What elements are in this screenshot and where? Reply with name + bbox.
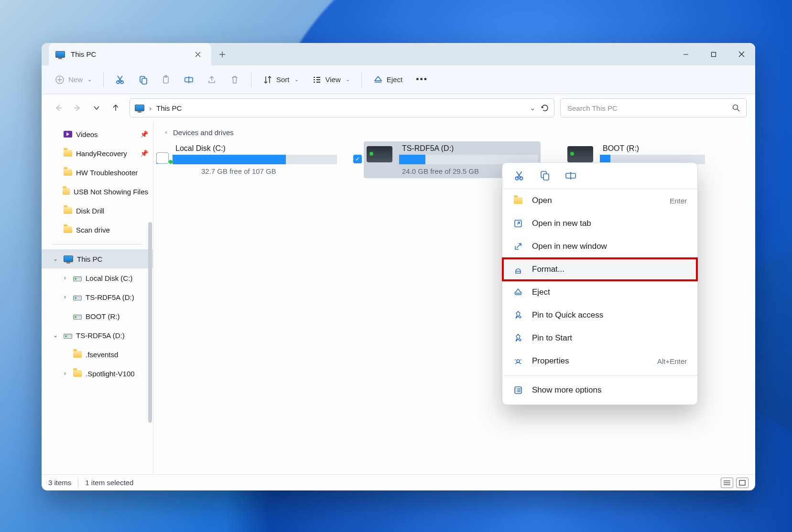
sidebar-item-videos[interactable]: Videos📌 xyxy=(42,125,153,144)
view-button[interactable]: View⌄ xyxy=(307,72,355,87)
sidebar-item-label: HandyRecovery xyxy=(76,149,127,158)
search-box[interactable] xyxy=(560,98,747,117)
sidebar-item-hw-troubleshooter[interactable]: HW Troubleshooter xyxy=(42,163,153,182)
context-menu: Open Enter Open in new tab Open in new w… xyxy=(502,162,698,405)
ctx-show-more-options[interactable]: Show more options xyxy=(502,379,697,402)
sidebar-item-disk-drill[interactable]: Disk Drill xyxy=(42,201,153,220)
tab-close-button[interactable] xyxy=(191,48,205,61)
expand-toggle[interactable]: › xyxy=(61,370,69,377)
ctx-rename-button[interactable] xyxy=(564,170,577,182)
sidebar-item-boot-r[interactable]: BOOT (R:) xyxy=(42,307,153,326)
new-window-icon xyxy=(513,242,523,251)
this-pc-icon xyxy=(64,255,73,262)
folder-icon xyxy=(64,207,72,214)
new-label: New xyxy=(68,75,83,84)
sidebar-scrollbar[interactable] xyxy=(148,222,152,423)
sidebar-item-usb-not-showing[interactable]: USB Not Showing Files xyxy=(42,182,153,201)
view-details-button[interactable] xyxy=(721,478,733,488)
chevron-down-icon xyxy=(93,105,100,111)
ctx-open[interactable]: Open Enter xyxy=(502,189,697,212)
nav-back-button[interactable] xyxy=(50,100,66,116)
nav-forward-button[interactable] xyxy=(69,100,86,116)
sidebar-item-spotlight[interactable]: ›.Spotlight-V100 xyxy=(42,364,153,383)
ctx-copy-button[interactable] xyxy=(539,170,551,182)
svg-point-17 xyxy=(517,360,520,362)
eject-button[interactable]: Eject xyxy=(369,72,407,87)
view-large-icons-button[interactable] xyxy=(736,478,749,488)
expand-toggle[interactable]: ⌄ xyxy=(51,332,60,339)
ctx-properties[interactable]: Properties Alt+Enter xyxy=(502,350,697,372)
sidebar-item-this-pc[interactable]: ⌄This PC xyxy=(42,249,153,268)
delete-button[interactable] xyxy=(225,72,244,87)
svg-point-9 xyxy=(733,105,738,110)
nav-up-button[interactable] xyxy=(108,100,124,116)
drive-local-disk-c[interactable]: Local Disk (C:) 32.7 GB free of 107 GB xyxy=(163,141,340,178)
new-button[interactable]: New ⌄ xyxy=(50,72,97,87)
sidebar-item-scan-drive[interactable]: Scan drive xyxy=(42,220,153,239)
ctx-label: Show more options xyxy=(532,385,602,395)
ctx-label: Open xyxy=(532,196,552,205)
window-minimize-button[interactable] xyxy=(672,43,700,65)
breadcrumb-this-pc[interactable]: This PC xyxy=(156,104,182,112)
sort-button[interactable]: Sort⌄ xyxy=(258,72,304,87)
ctx-label: Properties xyxy=(532,356,569,366)
search-input[interactable] xyxy=(566,104,727,113)
sidebar-item-local-disk-c[interactable]: ›Local Disk (C:) xyxy=(42,268,153,287)
sidebar-item-ts-rdf5a-d[interactable]: ›TS-RDF5A (D:) xyxy=(42,287,153,307)
sidebar-item-label: Videos xyxy=(76,130,98,138)
folder-icon xyxy=(514,197,522,204)
sidebar-item-fseventsd[interactable]: .fseventsd xyxy=(42,345,153,364)
sidebar-item-handyrecovery[interactable]: HandyRecovery📌 xyxy=(42,144,153,163)
more-options-icon xyxy=(513,385,523,395)
selection-check-icon[interactable]: ✓ xyxy=(353,155,362,163)
ctx-open-new-tab[interactable]: Open in new tab xyxy=(502,212,697,235)
cut-icon xyxy=(514,170,524,181)
paste-button[interactable] xyxy=(156,72,175,87)
ctx-pin-start[interactable]: Pin to Start xyxy=(502,327,697,350)
ctx-label: Format... xyxy=(532,265,564,274)
window-maximize-button[interactable] xyxy=(700,43,727,65)
new-tab-button[interactable] xyxy=(211,43,233,65)
video-icon xyxy=(64,131,72,138)
sort-icon xyxy=(263,75,272,85)
sidebar-item-ts-rdf5a-d-ext[interactable]: ⌄TS-RDF5A (D:) xyxy=(42,326,153,345)
arrow-left-icon xyxy=(54,104,63,112)
nav-row: › This PC ⌄ xyxy=(42,94,755,122)
pin-icon: 📌 xyxy=(140,149,148,157)
address-history-button[interactable]: ⌄ xyxy=(530,104,536,112)
sidebar-item-label: .fseventsd xyxy=(86,351,118,359)
rename-icon xyxy=(565,171,576,181)
ctx-cut-button[interactable] xyxy=(513,170,525,182)
group-devices-and-drives[interactable]: ⌄ Devices and drives xyxy=(164,128,746,137)
expand-toggle[interactable]: › xyxy=(61,275,69,281)
ctx-pin-quick-access[interactable]: Pin to Quick access xyxy=(502,304,697,327)
copy-button[interactable] xyxy=(133,72,152,87)
expand-toggle[interactable]: › xyxy=(61,294,69,300)
tab-this-pc[interactable]: This PC xyxy=(49,43,211,65)
refresh-icon xyxy=(541,104,549,112)
view-icon xyxy=(312,75,322,85)
capacity-bar xyxy=(173,155,337,164)
ctx-eject[interactable]: Eject xyxy=(502,281,697,304)
more-button[interactable]: ••• xyxy=(411,72,433,87)
nav-recent-button[interactable] xyxy=(88,100,105,116)
share-icon xyxy=(207,75,217,85)
drive-icon xyxy=(64,334,72,339)
ctx-open-new-window[interactable]: Open in new window xyxy=(502,235,697,258)
address-bar[interactable]: › This PC ⌄ xyxy=(130,98,554,117)
close-icon xyxy=(195,52,201,57)
refresh-button[interactable] xyxy=(541,104,549,112)
ctx-format[interactable]: Format... xyxy=(502,258,697,281)
rename-button[interactable] xyxy=(179,72,198,87)
window-close-button[interactable] xyxy=(727,43,755,65)
maximize-icon xyxy=(711,52,716,57)
arrow-up-icon xyxy=(111,104,120,112)
expand-toggle[interactable]: ⌄ xyxy=(51,255,60,262)
cut-button[interactable] xyxy=(110,72,130,87)
ctx-label: Eject xyxy=(532,287,550,297)
sidebar-item-label: TS-RDF5A (D:) xyxy=(76,331,125,340)
sidebar-item-label: TS-RDF5A (D:) xyxy=(86,293,134,301)
share-button[interactable] xyxy=(202,72,221,87)
svg-rect-14 xyxy=(543,174,549,180)
status-item-count: 3 items xyxy=(48,479,71,487)
